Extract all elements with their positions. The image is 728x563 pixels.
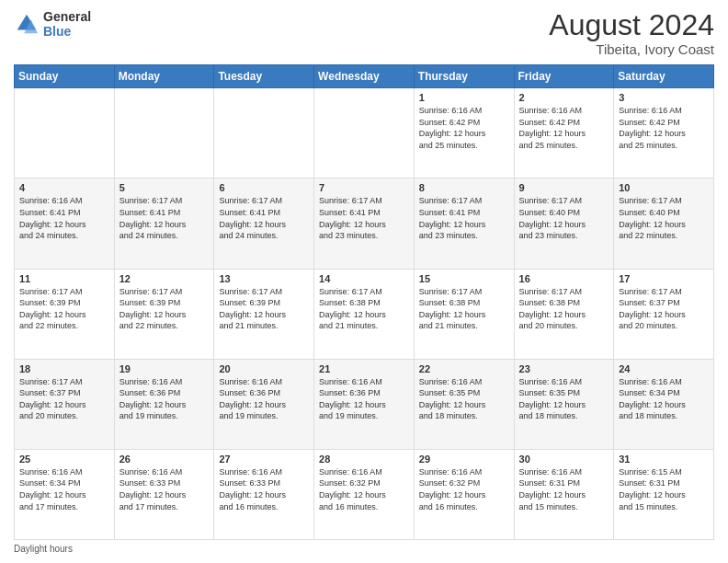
day-of-week-header: Monday bbox=[114, 65, 214, 88]
day-info: Sunrise: 6:16 AM Sunset: 6:34 PM Dayligh… bbox=[19, 466, 109, 512]
day-info: Sunrise: 6:16 AM Sunset: 6:33 PM Dayligh… bbox=[119, 466, 210, 512]
page: General Blue August 2024 Tibeita, Ivory … bbox=[0, 0, 728, 563]
calendar-cell bbox=[314, 88, 415, 178]
calendar-cell: 27Sunrise: 6:16 AM Sunset: 6:33 PM Dayli… bbox=[214, 449, 314, 539]
calendar-cell: 19Sunrise: 6:16 AM Sunset: 6:36 PM Dayli… bbox=[114, 359, 214, 449]
day-number: 31 bbox=[619, 454, 709, 465]
day-number: 2 bbox=[519, 92, 609, 103]
day-number: 11 bbox=[19, 273, 109, 284]
calendar-cell: 9Sunrise: 6:17 AM Sunset: 6:40 PM Daylig… bbox=[514, 178, 614, 269]
day-info: Sunrise: 6:17 AM Sunset: 6:41 PM Dayligh… bbox=[119, 195, 210, 241]
logo-icon bbox=[14, 11, 40, 37]
day-number: 16 bbox=[519, 273, 609, 284]
day-of-week-header: Thursday bbox=[414, 65, 514, 88]
header: General Blue August 2024 Tibeita, Ivory … bbox=[14, 9, 714, 57]
calendar-cell: 14Sunrise: 6:17 AM Sunset: 6:38 PM Dayli… bbox=[314, 269, 415, 359]
day-number: 5 bbox=[119, 182, 210, 193]
day-number: 17 bbox=[619, 273, 709, 284]
day-info: Sunrise: 6:16 AM Sunset: 6:42 PM Dayligh… bbox=[619, 105, 709, 151]
calendar-cell: 29Sunrise: 6:16 AM Sunset: 6:32 PM Dayli… bbox=[414, 449, 514, 539]
day-number: 25 bbox=[19, 454, 109, 465]
day-number: 26 bbox=[119, 454, 210, 465]
calendar-cell: 15Sunrise: 6:17 AM Sunset: 6:38 PM Dayli… bbox=[414, 269, 514, 359]
day-of-week-header: Saturday bbox=[614, 65, 714, 88]
calendar-cell: 20Sunrise: 6:16 AM Sunset: 6:36 PM Dayli… bbox=[214, 359, 314, 449]
day-number: 21 bbox=[319, 363, 409, 374]
calendar-cell: 21Sunrise: 6:16 AM Sunset: 6:36 PM Dayli… bbox=[314, 359, 415, 449]
calendar-cell: 28Sunrise: 6:16 AM Sunset: 6:32 PM Dayli… bbox=[314, 449, 415, 539]
day-info: Sunrise: 6:17 AM Sunset: 6:41 PM Dayligh… bbox=[219, 195, 309, 241]
day-info: Sunrise: 6:16 AM Sunset: 6:36 PM Dayligh… bbox=[119, 376, 210, 422]
day-info: Sunrise: 6:16 AM Sunset: 6:32 PM Dayligh… bbox=[419, 466, 509, 512]
logo-text: General Blue bbox=[43, 9, 91, 39]
day-info: Sunrise: 6:17 AM Sunset: 6:39 PM Dayligh… bbox=[19, 286, 109, 332]
day-number: 3 bbox=[619, 92, 709, 103]
footer-note: Daylight hours bbox=[14, 544, 714, 554]
day-info: Sunrise: 6:16 AM Sunset: 6:34 PM Dayligh… bbox=[619, 376, 709, 422]
calendar-cell: 31Sunrise: 6:15 AM Sunset: 6:31 PM Dayli… bbox=[614, 449, 714, 539]
calendar-cell: 2Sunrise: 6:16 AM Sunset: 6:42 PM Daylig… bbox=[514, 88, 614, 178]
calendar-cell: 23Sunrise: 6:16 AM Sunset: 6:35 PM Dayli… bbox=[514, 359, 614, 449]
day-info: Sunrise: 6:17 AM Sunset: 6:39 PM Dayligh… bbox=[119, 286, 210, 332]
day-number: 20 bbox=[219, 363, 309, 374]
logo: General Blue bbox=[14, 9, 91, 39]
calendar-cell: 22Sunrise: 6:16 AM Sunset: 6:35 PM Dayli… bbox=[414, 359, 514, 449]
day-of-week-header: Friday bbox=[514, 65, 614, 88]
sub-title: Tibeita, Ivory Coast bbox=[549, 41, 714, 57]
day-info: Sunrise: 6:16 AM Sunset: 6:32 PM Dayligh… bbox=[319, 466, 409, 512]
day-info: Sunrise: 6:17 AM Sunset: 6:39 PM Dayligh… bbox=[219, 286, 309, 332]
calendar-cell: 8Sunrise: 6:17 AM Sunset: 6:41 PM Daylig… bbox=[414, 178, 514, 269]
day-info: Sunrise: 6:17 AM Sunset: 6:40 PM Dayligh… bbox=[519, 195, 609, 241]
day-number: 27 bbox=[219, 454, 309, 465]
day-info: Sunrise: 6:17 AM Sunset: 6:38 PM Dayligh… bbox=[419, 286, 509, 332]
day-number: 4 bbox=[19, 182, 109, 193]
day-number: 13 bbox=[219, 273, 309, 284]
day-info: Sunrise: 6:17 AM Sunset: 6:41 PM Dayligh… bbox=[319, 195, 409, 241]
day-info: Sunrise: 6:17 AM Sunset: 6:37 PM Dayligh… bbox=[19, 376, 109, 422]
day-number: 22 bbox=[419, 363, 509, 374]
calendar-cell: 16Sunrise: 6:17 AM Sunset: 6:38 PM Dayli… bbox=[514, 269, 614, 359]
calendar-cell: 18Sunrise: 6:17 AM Sunset: 6:37 PM Dayli… bbox=[15, 359, 115, 449]
calendar-cell: 13Sunrise: 6:17 AM Sunset: 6:39 PM Dayli… bbox=[214, 269, 314, 359]
calendar-cell: 17Sunrise: 6:17 AM Sunset: 6:37 PM Dayli… bbox=[614, 269, 714, 359]
day-number: 7 bbox=[319, 182, 409, 193]
calendar-cell: 10Sunrise: 6:17 AM Sunset: 6:40 PM Dayli… bbox=[614, 178, 714, 269]
day-info: Sunrise: 6:16 AM Sunset: 6:35 PM Dayligh… bbox=[419, 376, 509, 422]
calendar-cell: 7Sunrise: 6:17 AM Sunset: 6:41 PM Daylig… bbox=[314, 178, 415, 269]
day-info: Sunrise: 6:15 AM Sunset: 6:31 PM Dayligh… bbox=[619, 466, 709, 512]
calendar-cell bbox=[114, 88, 214, 178]
day-number: 14 bbox=[319, 273, 409, 284]
day-number: 30 bbox=[519, 454, 609, 465]
day-of-week-header: Sunday bbox=[15, 65, 115, 88]
calendar-cell: 12Sunrise: 6:17 AM Sunset: 6:39 PM Dayli… bbox=[114, 269, 214, 359]
day-number: 18 bbox=[19, 363, 109, 374]
day-number: 19 bbox=[119, 363, 210, 374]
calendar-cell: 4Sunrise: 6:16 AM Sunset: 6:41 PM Daylig… bbox=[15, 178, 115, 269]
day-number: 28 bbox=[319, 454, 409, 465]
calendar-cell: 25Sunrise: 6:16 AM Sunset: 6:34 PM Dayli… bbox=[15, 449, 115, 539]
day-of-week-header: Tuesday bbox=[214, 65, 314, 88]
day-number: 12 bbox=[119, 273, 210, 284]
calendar-cell bbox=[214, 88, 314, 178]
calendar-cell bbox=[15, 88, 115, 178]
day-info: Sunrise: 6:16 AM Sunset: 6:41 PM Dayligh… bbox=[19, 195, 109, 241]
day-info: Sunrise: 6:17 AM Sunset: 6:40 PM Dayligh… bbox=[619, 195, 709, 241]
calendar-cell: 26Sunrise: 6:16 AM Sunset: 6:33 PM Dayli… bbox=[114, 449, 214, 539]
day-info: Sunrise: 6:16 AM Sunset: 6:42 PM Dayligh… bbox=[519, 105, 609, 151]
calendar-cell: 3Sunrise: 6:16 AM Sunset: 6:42 PM Daylig… bbox=[614, 88, 714, 178]
day-info: Sunrise: 6:16 AM Sunset: 6:36 PM Dayligh… bbox=[319, 376, 409, 422]
day-of-week-header: Wednesday bbox=[314, 65, 415, 88]
calendar-cell: 5Sunrise: 6:17 AM Sunset: 6:41 PM Daylig… bbox=[114, 178, 214, 269]
day-number: 29 bbox=[419, 454, 509, 465]
day-info: Sunrise: 6:17 AM Sunset: 6:38 PM Dayligh… bbox=[319, 286, 409, 332]
day-number: 10 bbox=[619, 182, 709, 193]
day-number: 1 bbox=[419, 92, 509, 103]
day-info: Sunrise: 6:16 AM Sunset: 6:31 PM Dayligh… bbox=[519, 466, 609, 512]
day-number: 6 bbox=[219, 182, 309, 193]
day-info: Sunrise: 6:16 AM Sunset: 6:42 PM Dayligh… bbox=[419, 105, 509, 151]
calendar-cell: 11Sunrise: 6:17 AM Sunset: 6:39 PM Dayli… bbox=[15, 269, 115, 359]
day-number: 15 bbox=[419, 273, 509, 284]
day-number: 23 bbox=[519, 363, 609, 374]
day-info: Sunrise: 6:16 AM Sunset: 6:33 PM Dayligh… bbox=[219, 466, 309, 512]
day-number: 8 bbox=[419, 182, 509, 193]
